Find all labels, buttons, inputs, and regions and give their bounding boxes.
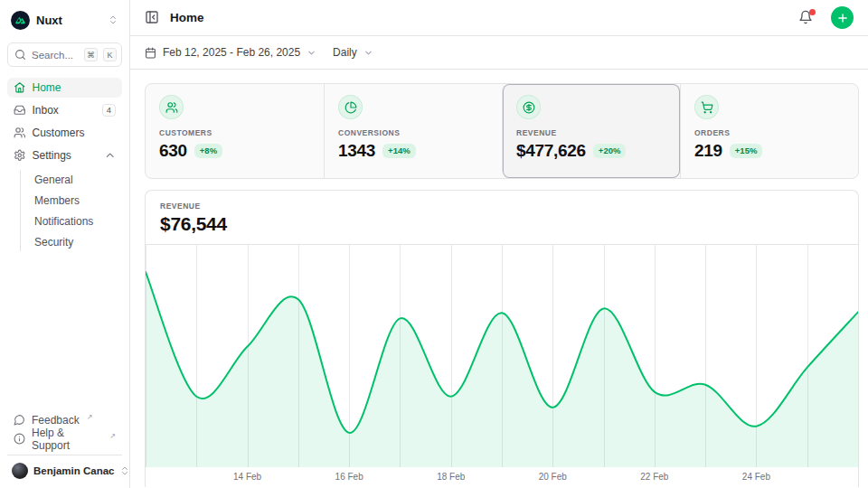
workspace-switcher[interactable]: Nuxt bbox=[7, 9, 122, 31]
app-window: Nuxt Search... ⌘ K Home Inbox 4 Customer… bbox=[0, 0, 868, 488]
stat-value: 630 bbox=[159, 141, 187, 161]
chevron-up-icon bbox=[104, 149, 117, 162]
kbd-k: K bbox=[103, 48, 117, 61]
message-circle-icon bbox=[14, 414, 25, 426]
sidebar-item-customers[interactable]: Customers bbox=[7, 123, 122, 143]
sidebar-item-general[interactable]: General bbox=[34, 170, 122, 189]
sidebar-item-settings[interactable]: Settings bbox=[7, 145, 122, 165]
avatar bbox=[12, 463, 28, 479]
stat-label: Customers bbox=[159, 128, 310, 137]
users-icon bbox=[14, 127, 26, 139]
x-tick-label: 20 Feb bbox=[539, 472, 567, 482]
date-range-value: Feb 12, 2025 - Feb 26, 2025 bbox=[163, 46, 300, 59]
stat-label: Conversions bbox=[338, 128, 488, 137]
page-title: Home bbox=[170, 11, 789, 24]
nuxt-logo-icon bbox=[11, 11, 30, 30]
sidebar-item-security[interactable]: Security bbox=[34, 232, 122, 251]
revenue-chart-card: Revenue $76,544 14 Feb16 Feb18 Feb20 Feb… bbox=[145, 190, 859, 487]
search-icon bbox=[14, 49, 26, 61]
sidebar-item-notifications[interactable]: Notifications bbox=[34, 211, 122, 230]
home-icon bbox=[14, 81, 26, 94]
chart-x-labels: 14 Feb16 Feb18 Feb20 Feb22 Feb24 Feb bbox=[146, 467, 858, 487]
content: Customers 630 +8% Conversions 1343 +14% bbox=[130, 70, 868, 488]
sidebar-item-label: Home bbox=[33, 81, 117, 94]
chart-plot-area[interactable] bbox=[146, 245, 858, 467]
sub-item-label: Notifications bbox=[34, 215, 93, 228]
chart-header: Revenue $76,544 bbox=[146, 191, 858, 245]
sidebar-item-label: Customers bbox=[33, 127, 117, 139]
x-tick-label: 18 Feb bbox=[437, 472, 465, 482]
stat-card-customers[interactable]: Customers 630 +8% bbox=[146, 84, 324, 178]
x-tick-label: 24 Feb bbox=[742, 472, 770, 482]
sidebar-spacer bbox=[7, 251, 122, 410]
chevron-down-icon bbox=[307, 48, 316, 58]
sidebar-collapse-button[interactable] bbox=[145, 10, 161, 26]
sub-item-label: Security bbox=[34, 236, 73, 249]
stat-delta-badge: +15% bbox=[730, 144, 763, 158]
pie-chart-icon bbox=[344, 101, 357, 114]
foot-link-label: Feedback bbox=[32, 414, 80, 427]
sidebar-nav: Home Inbox 4 Customers Settings General … bbox=[7, 78, 122, 251]
x-tick-label: 22 Feb bbox=[640, 472, 668, 482]
user-name: Benjamin Canac bbox=[33, 465, 114, 476]
stat-card-orders[interactable]: Orders 219 +15% bbox=[680, 84, 858, 178]
notification-dot bbox=[809, 9, 816, 15]
chevron-down-icon bbox=[363, 48, 373, 58]
shopping-cart-icon bbox=[701, 101, 713, 114]
search-input[interactable]: Search... ⌘ K bbox=[7, 42, 122, 67]
sidebar: Nuxt Search... ⌘ K Home Inbox 4 Customer… bbox=[0, 0, 130, 488]
stat-card-conversions[interactable]: Conversions 1343 +14% bbox=[324, 84, 502, 178]
circle-dollar-icon bbox=[523, 101, 535, 114]
stat-value: 219 bbox=[694, 141, 722, 161]
sidebar-item-members[interactable]: Members bbox=[34, 191, 122, 210]
external-link-icon: ↗ bbox=[87, 413, 93, 421]
workspace-name: Nuxt bbox=[36, 14, 101, 27]
sidebar-item-home[interactable]: Home bbox=[7, 78, 122, 98]
sub-item-label: General bbox=[34, 174, 73, 186]
stats-row: Customers 630 +8% Conversions 1343 +14% bbox=[145, 83, 859, 179]
inbox-count-badge: 4 bbox=[102, 104, 116, 117]
search-placeholder: Search... bbox=[32, 50, 79, 61]
granularity-value: Daily bbox=[333, 46, 357, 59]
plus-icon bbox=[836, 12, 849, 24]
sidebar-item-label: Inbox bbox=[33, 104, 96, 117]
users-icon bbox=[165, 101, 178, 114]
stat-delta-badge: +8% bbox=[194, 144, 222, 158]
sidebar-item-label: Settings bbox=[33, 149, 98, 162]
stat-value: $477,626 bbox=[516, 141, 586, 161]
stat-delta-badge: +20% bbox=[593, 144, 627, 158]
gear-icon bbox=[14, 149, 26, 162]
kbd-cmd: ⌘ bbox=[84, 48, 98, 61]
help-support-link[interactable]: Help & Support ↗ bbox=[7, 429, 122, 448]
revenue-chart-svg bbox=[146, 245, 858, 467]
settings-sub-list: General Members Notifications Security bbox=[20, 170, 122, 251]
chevrons-up-down-icon bbox=[108, 14, 118, 25]
date-range-picker[interactable]: Feb 12, 2025 - Feb 26, 2025 bbox=[145, 46, 316, 59]
main-area: Home Feb 12, 2025 - Feb 26, 2025 Daily bbox=[130, 0, 868, 488]
topbar: Home bbox=[130, 0, 868, 36]
stat-label: Orders bbox=[694, 128, 844, 137]
x-tick-label: 14 Feb bbox=[233, 472, 261, 482]
external-link-icon: ↗ bbox=[109, 432, 116, 440]
filterbar: Feb 12, 2025 - Feb 26, 2025 Daily bbox=[130, 36, 868, 70]
add-button[interactable] bbox=[831, 6, 854, 29]
chart-metric-label: Revenue bbox=[160, 202, 844, 211]
chevrons-up-down-icon bbox=[119, 465, 130, 476]
notifications-button[interactable] bbox=[798, 10, 815, 26]
sidebar-item-inbox[interactable]: Inbox 4 bbox=[7, 100, 122, 120]
user-menu[interactable]: Benjamin Canac bbox=[7, 455, 122, 481]
stat-card-revenue[interactable]: Revenue $477,626 +20% bbox=[502, 84, 680, 178]
panel-left-close-icon bbox=[145, 10, 159, 24]
stat-delta-badge: +14% bbox=[382, 144, 416, 158]
x-tick-label: 16 Feb bbox=[335, 472, 363, 482]
calendar-icon bbox=[145, 47, 156, 59]
granularity-select[interactable]: Daily bbox=[333, 46, 373, 59]
stat-label: Revenue bbox=[516, 128, 666, 137]
inbox-icon bbox=[14, 104, 26, 117]
stat-value: 1343 bbox=[338, 141, 375, 161]
foot-link-label: Help & Support bbox=[32, 427, 102, 452]
chart-metric-value: $76,544 bbox=[160, 213, 844, 235]
info-circle-icon bbox=[14, 433, 25, 445]
sub-item-label: Members bbox=[34, 194, 80, 207]
